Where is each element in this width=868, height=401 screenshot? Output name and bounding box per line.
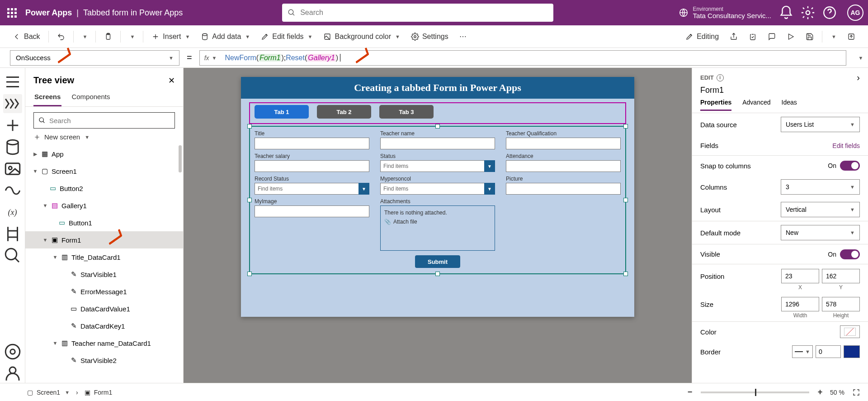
border-style-dropdown[interactable]: ▼ xyxy=(792,345,813,358)
rail-tree-view-icon[interactable] xyxy=(3,94,22,113)
publish-button[interactable] xyxy=(843,29,860,45)
resize-handle[interactable] xyxy=(247,272,252,276)
chevron-down-icon[interactable]: ▼ xyxy=(359,183,369,195)
snap-toggle[interactable] xyxy=(840,161,860,171)
layout-dropdown[interactable]: Vertical▼ xyxy=(781,202,860,217)
rail-variables-icon[interactable]: (x) xyxy=(3,203,22,222)
border-width-input[interactable]: 0 xyxy=(816,345,841,358)
chevron-down-icon[interactable]: ▼ xyxy=(484,160,495,172)
save-dropdown[interactable]: ▼ xyxy=(826,29,841,45)
play-button[interactable] xyxy=(782,29,799,45)
tab-button-3[interactable]: Tab 3 xyxy=(379,105,434,119)
paste-dropdown[interactable]: ▼ xyxy=(124,29,139,45)
visible-toggle[interactable] xyxy=(840,249,860,259)
app-checker-button[interactable] xyxy=(744,29,761,45)
expand-formula-button[interactable]: ▼ xyxy=(853,50,868,66)
avatar[interactable]: AG xyxy=(847,5,863,21)
resize-handle[interactable] xyxy=(247,198,252,202)
tab-ideas[interactable]: Ideas xyxy=(782,99,797,111)
comments-button[interactable] xyxy=(763,29,780,45)
size-width-input[interactable]: 1296 xyxy=(781,297,819,311)
property-selector[interactable]: OnSuccess ▼ xyxy=(10,50,179,66)
back-button[interactable]: Back xyxy=(8,29,45,45)
tree-node-form1[interactable]: ▼▣Form1 xyxy=(25,231,183,248)
expand-panel-icon[interactable]: › xyxy=(857,72,860,83)
paste-button[interactable] xyxy=(99,29,117,45)
tree-search-input[interactable] xyxy=(49,117,170,124)
border-color-swatch[interactable] xyxy=(844,345,860,358)
resize-handle[interactable] xyxy=(623,198,628,202)
rail-tools-icon[interactable] xyxy=(3,224,22,243)
status-combobox[interactable]: Find items▼ xyxy=(380,160,495,172)
canvas-area[interactable]: Creating a tabbed Form in Power Apps Tab… xyxy=(184,68,692,383)
settings-button[interactable]: Settings xyxy=(406,29,453,45)
tab-properties[interactable]: Properties xyxy=(700,99,731,111)
teacher-salary-input[interactable] xyxy=(255,160,369,172)
fit-to-window-button[interactable] xyxy=(851,387,862,398)
new-screen-button[interactable]: New screen ▼ xyxy=(33,133,175,141)
edit-fields-button[interactable]: Edit fields▼ xyxy=(256,29,317,45)
tree-node-starvisible2[interactable]: ✎StarVisible2 xyxy=(25,352,183,369)
resize-handle[interactable] xyxy=(247,124,252,129)
zoom-out-button[interactable]: − xyxy=(684,387,695,398)
teacher-name-input[interactable] xyxy=(380,138,495,149)
color-picker[interactable] xyxy=(840,325,860,338)
form-selection-outline[interactable]: Title Teacher name Teacher Qualification… xyxy=(249,126,626,274)
tree-node-screen1[interactable]: ▼▢Screen1 xyxy=(25,162,183,180)
edit-fields-link[interactable]: Edit fields xyxy=(832,142,860,149)
teacher-qual-input[interactable] xyxy=(506,138,621,149)
tree-node-button1[interactable]: ▭Button1 xyxy=(25,214,183,231)
record-status-combobox[interactable]: Find items▼ xyxy=(255,183,369,195)
tab-components[interactable]: Components xyxy=(71,89,111,106)
resize-handle[interactable] xyxy=(623,272,628,276)
canvas-screen[interactable]: Creating a tabbed Form in Power Apps Tab… xyxy=(241,77,634,317)
size-height-input[interactable]: 578 xyxy=(822,297,860,311)
gear-icon[interactable] xyxy=(800,5,816,20)
rail-insert-icon[interactable] xyxy=(3,116,22,135)
environment-switcher[interactable]: Environment Tata Consultancy Servic... xyxy=(679,6,771,19)
formula-input[interactable]: fx▼ NewForm(Form1);Reset(Gallery1) xyxy=(199,50,846,66)
zoom-in-button[interactable]: + xyxy=(815,387,826,398)
tree-node-datacardvalue1[interactable]: ▭DataCardValue1 xyxy=(25,300,183,317)
resize-handle[interactable] xyxy=(435,124,440,129)
zoom-slider[interactable] xyxy=(701,391,809,393)
tree-scrollbar[interactable] xyxy=(179,145,182,172)
mypersoncol-combobox[interactable]: Find items▼ xyxy=(380,183,495,195)
title-input[interactable] xyxy=(255,138,369,149)
insert-button[interactable]: Insert▼ xyxy=(147,29,194,45)
tab-screens[interactable]: Screens xyxy=(33,89,61,106)
rail-media-icon[interactable] xyxy=(3,159,22,178)
tree-node-title-card[interactable]: ▼▥Title_DataCard1 xyxy=(25,248,183,266)
rail-search-icon[interactable] xyxy=(3,246,22,265)
editing-mode-button[interactable]: Editing xyxy=(681,29,723,45)
breadcrumb-screen[interactable]: ▢Screen1▼ xyxy=(27,389,70,396)
tree-node-gallery1[interactable]: ▼▤Gallery1 xyxy=(25,197,183,214)
rail-hamburger-icon[interactable] xyxy=(3,72,22,91)
rail-settings-icon[interactable] xyxy=(3,342,22,361)
tree-node-teachername-card[interactable]: ▼▥Teacher name_DataCard1 xyxy=(25,334,183,352)
position-x-input[interactable]: 23 xyxy=(781,269,819,283)
tree-node-button2[interactable]: ▭Button2 xyxy=(25,180,183,197)
data-source-dropdown[interactable]: Users List▼ xyxy=(781,117,860,132)
save-button[interactable] xyxy=(801,29,818,45)
help-icon[interactable] xyxy=(822,5,837,20)
tree-node-datacardkey1[interactable]: ✎DataCardKey1 xyxy=(25,317,183,334)
resize-handle[interactable] xyxy=(623,124,628,129)
global-search[interactable] xyxy=(282,4,553,22)
attendance-input[interactable] xyxy=(506,160,621,172)
tree-node-app[interactable]: ▶▦App xyxy=(25,145,183,162)
tab-advanced[interactable]: Advanced xyxy=(742,99,770,111)
share-button[interactable] xyxy=(725,29,742,45)
breadcrumb-form[interactable]: ▣Form1 xyxy=(85,389,112,396)
bg-color-button[interactable]: Background color▼ xyxy=(319,29,404,45)
columns-dropdown[interactable]: 3▼ xyxy=(781,179,860,195)
search-input[interactable] xyxy=(300,9,548,17)
tab-button-1[interactable]: Tab 1 xyxy=(255,105,309,119)
submit-button[interactable]: Submit xyxy=(415,255,460,268)
tree-node-errormessage1[interactable]: ✎ErrorMessage1 xyxy=(25,283,183,300)
undo-button[interactable] xyxy=(52,29,70,45)
rail-virtual-agent-icon[interactable] xyxy=(3,364,22,383)
tab-button-2[interactable]: Tab 2 xyxy=(317,105,371,119)
rail-data-icon[interactable] xyxy=(3,138,22,157)
resize-handle[interactable] xyxy=(435,272,440,276)
